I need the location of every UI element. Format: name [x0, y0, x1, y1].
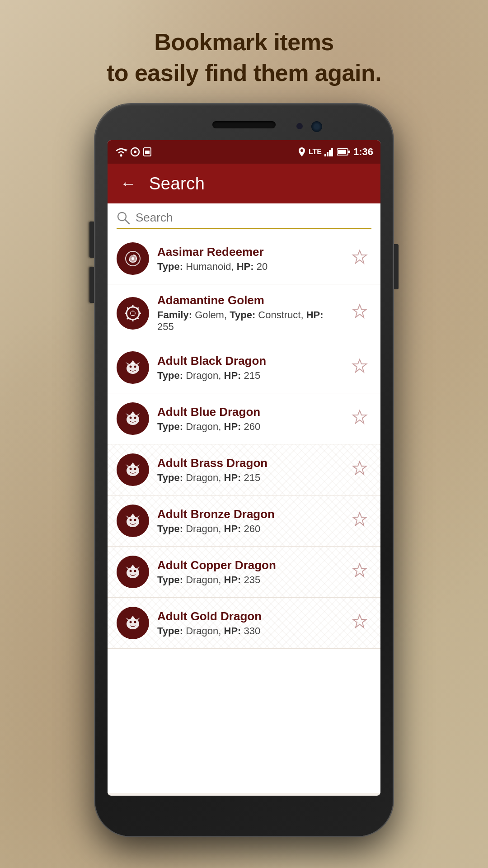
bookmark-button[interactable]	[348, 354, 371, 382]
volume-down-button[interactable]	[89, 267, 94, 303]
phone-camera	[310, 120, 323, 133]
header-line1: Bookmark items	[0, 27, 488, 58]
creature-details: Type: Dragon, HP: 215	[157, 370, 340, 382]
notification-icon	[130, 147, 140, 157]
bookmark-button[interactable]	[348, 609, 371, 637]
location-icon	[298, 147, 306, 157]
svg-point-3	[134, 151, 136, 153]
header-line2: to easily find them again.	[0, 58, 488, 89]
status-bar-left: ?	[115, 147, 152, 157]
list-item[interactable]: Aasimar Redeemer Type: Humanoid, HP: 20	[108, 233, 380, 284]
creature-details: Type: Dragon, HP: 330	[157, 625, 340, 637]
creature-details: Type: Dragon, HP: 260	[157, 523, 340, 535]
bookmark-button[interactable]	[348, 507, 371, 535]
list-item[interactable]: Adult Copper Dragon Type: Dragon, HP: 23…	[108, 547, 380, 598]
search-input-row	[117, 211, 371, 229]
creature-details: Family: Golem, Type: Construct, HP: 255	[157, 309, 340, 333]
svg-point-37	[130, 366, 132, 368]
search-icon	[117, 211, 130, 225]
app-bar: ← Search	[108, 164, 380, 203]
phone-screen: ?	[108, 140, 380, 796]
svg-rect-5	[145, 151, 150, 154]
volume-up-button[interactable]	[89, 222, 94, 258]
bookmark-button[interactable]	[348, 558, 371, 586]
creature-details: Type: Dragon, HP: 260	[157, 421, 340, 433]
creature-name: Aasimar Redeemer	[157, 245, 340, 259]
status-bar-right: LTE 1:36	[298, 146, 373, 158]
svg-marker-33	[353, 305, 366, 317]
wifi-icon: ?	[115, 147, 127, 157]
creature-info: Adamantine Golem Family: Golem, Type: Co…	[157, 293, 340, 333]
svg-marker-20	[353, 250, 366, 263]
creature-name: Adult Copper Dragon	[157, 558, 340, 572]
bookmark-button[interactable]	[348, 299, 371, 327]
list-item[interactable]: Adult Gold Dragon Type: Dragon, HP: 330	[108, 598, 380, 649]
bookmark-button[interactable]	[348, 456, 371, 484]
svg-line-27	[127, 317, 128, 319]
svg-rect-7	[324, 154, 326, 156]
svg-point-6	[300, 149, 303, 152]
svg-point-19	[131, 257, 134, 260]
svg-point-35	[127, 363, 139, 374]
battery-icon	[337, 148, 351, 156]
svg-point-54	[134, 468, 136, 470]
svg-line-31	[137, 307, 139, 309]
creature-icon	[117, 453, 149, 486]
svg-marker-49	[353, 410, 366, 423]
creature-name: Adult Gold Dragon	[157, 609, 340, 623]
creature-icon	[117, 556, 149, 588]
list-item[interactable]: Adult Blue Dragon Type: Dragon, HP: 260	[108, 393, 380, 444]
svg-point-43	[127, 414, 139, 425]
creature-details: Type: Humanoid, HP: 20	[157, 261, 340, 273]
svg-point-0	[120, 155, 122, 157]
power-button[interactable]	[394, 244, 399, 289]
svg-rect-8	[327, 152, 328, 156]
creature-icon	[117, 351, 149, 384]
svg-point-53	[130, 468, 132, 470]
lte-icon: LTE	[309, 148, 322, 156]
svg-marker-65	[353, 513, 366, 525]
creature-icon	[117, 402, 149, 435]
svg-line-15	[125, 220, 129, 224]
phone-speaker	[212, 121, 276, 128]
creature-icon	[117, 607, 149, 639]
creature-info: Adult Copper Dragon Type: Dragon, HP: 23…	[157, 558, 340, 586]
svg-point-77	[130, 621, 132, 623]
creature-details: Type: Dragon, HP: 235	[157, 574, 340, 586]
creature-info: Adult Black Dragon Type: Dragon, HP: 215	[157, 354, 340, 382]
creature-details: Type: Dragon, HP: 215	[157, 472, 340, 484]
svg-marker-81	[353, 615, 366, 627]
search-input[interactable]	[136, 211, 371, 225]
bookmark-button[interactable]	[348, 405, 371, 433]
svg-point-46	[134, 417, 136, 419]
svg-rect-10	[331, 148, 333, 156]
back-button[interactable]: ←	[117, 170, 140, 197]
svg-text:?: ?	[125, 148, 127, 153]
svg-point-70	[134, 570, 136, 572]
svg-point-78	[134, 621, 136, 623]
svg-point-61	[130, 519, 132, 521]
list-item[interactable]: Adamantine Golem Family: Golem, Type: Co…	[108, 284, 380, 342]
list-item[interactable]: Adult Black Dragon Type: Dragon, HP: 215	[108, 342, 380, 393]
svg-rect-13	[348, 151, 350, 153]
signal-icon	[324, 147, 334, 156]
phone-device: ?	[95, 104, 393, 836]
svg-point-51	[127, 465, 139, 476]
svg-line-29	[127, 307, 128, 309]
svg-marker-73	[353, 564, 366, 576]
creature-name: Adamantine Golem	[157, 293, 340, 307]
svg-point-69	[130, 570, 132, 572]
creature-name: Adult Black Dragon	[157, 354, 340, 368]
svg-point-75	[127, 618, 139, 629]
bookmark-button[interactable]	[348, 245, 371, 273]
creature-info: Adult Bronze Dragon Type: Dragon, HP: 26…	[157, 507, 340, 535]
creature-list: Aasimar Redeemer Type: Humanoid, HP: 20 …	[108, 233, 380, 793]
svg-point-59	[127, 516, 139, 527]
status-bar: ?	[108, 140, 380, 164]
svg-marker-57	[353, 462, 366, 474]
svg-marker-41	[353, 359, 366, 372]
list-item[interactable]: Adult Brass Dragon Type: Dragon, HP: 215	[108, 444, 380, 495]
svg-line-25	[137, 317, 139, 319]
creature-info: Adult Blue Dragon Type: Dragon, HP: 260	[157, 405, 340, 433]
list-item[interactable]: Adult Bronze Dragon Type: Dragon, HP: 26…	[108, 495, 380, 547]
